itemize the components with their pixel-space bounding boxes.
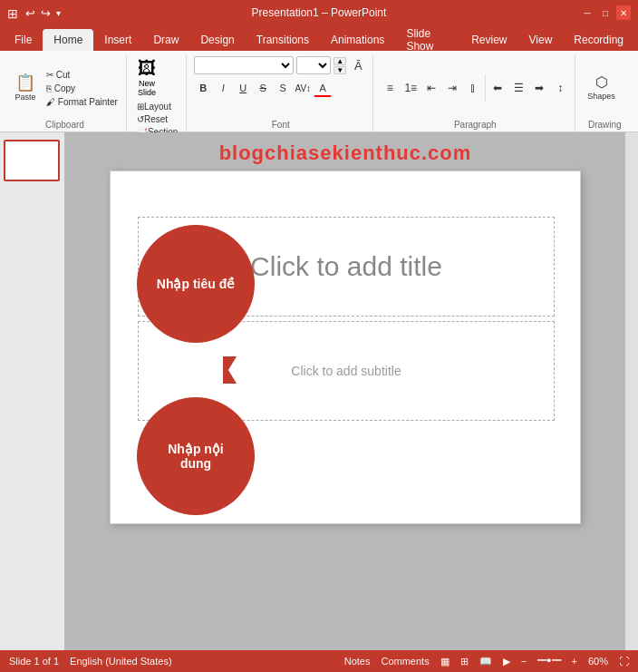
status-bar: Slide 1 of 1 English (United States) Not…	[0, 650, 638, 672]
quick-redo[interactable]: ↪	[41, 6, 51, 20]
slide-wrapper: Nhập tiêu đề Nhập nội dung Click to add …	[110, 170, 581, 524]
paragraph-label: Paragraph	[454, 120, 497, 131]
font-name-row: ▲ ▼ Ā	[194, 56, 367, 74]
title-bar-left: ⊞ ↩ ↪ ▾	[7, 6, 61, 20]
copy-button[interactable]: ⎘ Copy	[44, 83, 121, 94]
font-size-select[interactable]	[296, 56, 331, 74]
view-normal-icon[interactable]: ▦	[440, 656, 450, 667]
watermark: blogchiasekienthuc.com	[74, 141, 616, 165]
font-format-row: B I U S S AV↕ A	[194, 79, 332, 97]
canvas-area: blogchiasekienthuc.com Nhập tiêu đề Nhập…	[65, 132, 625, 650]
slide-thumb-1[interactable]	[4, 140, 60, 181]
font-name-select[interactable]	[194, 56, 294, 74]
main-area: blogchiasekienthuc.com Nhập tiêu đề Nhập…	[0, 132, 638, 650]
slide-info: Slide 1 of 1	[9, 656, 59, 667]
clipboard-label: Clipboard	[45, 120, 84, 131]
right-panel	[625, 132, 638, 650]
title-placeholder-text: Click to add title	[250, 251, 442, 282]
tab-insert[interactable]: Insert	[93, 29, 142, 51]
underline-button[interactable]: U	[234, 79, 252, 97]
decrease-font-button[interactable]: ▼	[334, 66, 346, 74]
new-slide-button[interactable]: 🖼 NewSlide	[134, 56, 160, 99]
bullets-button[interactable]: ≡	[381, 79, 399, 97]
slides-group: 🖼 NewSlide ⊞ Layout ↺ Reset 📑 Section Sl…	[129, 54, 187, 131]
tab-slideshow[interactable]: Slide Show	[395, 29, 460, 51]
font-items: ▲ ▼ Ā B I U S S AV↕ A	[194, 56, 367, 120]
shapes-label: Shapes	[587, 92, 615, 101]
italic-button[interactable]: I	[214, 79, 232, 97]
bold-button[interactable]: B	[194, 79, 212, 97]
tab-transitions[interactable]: Transitions	[246, 29, 320, 51]
drawing-label: Drawing	[588, 120, 622, 131]
view-slide-sorter-icon[interactable]: ⊞	[460, 656, 469, 667]
minimize-button[interactable]: ─	[580, 5, 594, 20]
columns-button[interactable]: ⫿	[464, 79, 482, 97]
shapes-button[interactable]: ⬡ Shapes	[583, 73, 620, 103]
tab-review[interactable]: Review	[460, 29, 517, 51]
subtitle-placeholder-text: Click to add subtitle	[291, 364, 401, 378]
line-spacing-button[interactable]: ↕	[551, 79, 569, 97]
close-button[interactable]: ✕	[616, 5, 631, 20]
increase-indent-button[interactable]: ⇥	[443, 79, 461, 97]
font-size-buttons: ▲ ▼	[334, 57, 346, 74]
quick-customize[interactable]: ▾	[56, 8, 61, 18]
new-slide-icon: 🖼	[138, 58, 156, 79]
new-slide-label: NewSlide	[138, 79, 156, 97]
tab-home[interactable]: Home	[43, 29, 93, 51]
format-painter-button[interactable]: 🖌 Format Painter	[44, 96, 121, 108]
tab-view[interactable]: View	[518, 29, 564, 51]
tab-file[interactable]: File	[4, 29, 43, 51]
drawing-items: ⬡ Shapes	[583, 56, 620, 120]
powerpoint-icon: ⊞	[7, 6, 20, 19]
strikethrough-button[interactable]: S	[254, 79, 272, 97]
tab-recording[interactable]: Recording	[563, 29, 634, 51]
drawing-group: ⬡ Shapes Drawing	[577, 54, 632, 131]
tab-draw[interactable]: Draw	[142, 29, 189, 51]
callout-content: Nhập nội dung	[137, 397, 255, 515]
notes-button[interactable]: Notes	[344, 656, 371, 667]
window-controls: ─ □ ✕	[580, 5, 631, 20]
window-title: Presentation1 – PowerPoint	[252, 6, 387, 19]
ribbon-tabs: File Home Insert Draw Design Transitions…	[0, 25, 638, 51]
shapes-icon: ⬡	[595, 75, 608, 90]
paragraph-group: ≡ 1≡ ⇤ ⇥ ⫿ ⬅ ☰ ➡ ↕ Paragraph	[375, 54, 575, 131]
layout-button[interactable]: ⊞ Layout	[134, 101, 180, 112]
title-bar: ⊞ ↩ ↪ ▾ Presentation1 – PowerPoint ─ □ ✕	[0, 0, 638, 25]
callout-title: Nhập tiêu đề	[137, 225, 255, 343]
align-left-button[interactable]: ⬅	[488, 79, 507, 97]
view-reading-icon[interactable]: 📖	[479, 656, 492, 667]
text-shadow-button[interactable]: S	[274, 79, 292, 97]
cut-button[interactable]: ✂ Cut	[44, 69, 121, 81]
maximize-button[interactable]: □	[598, 5, 613, 20]
slides-panel	[0, 132, 65, 650]
align-right-button[interactable]: ➡	[530, 79, 548, 97]
align-center-button[interactable]: ☰	[509, 79, 527, 97]
decrease-indent-button[interactable]: ⇤	[422, 79, 440, 97]
tab-design[interactable]: Design	[189, 29, 245, 51]
status-language: English (United States)	[70, 656, 172, 667]
reset-button[interactable]: ↺ Reset	[134, 113, 180, 125]
paragraph-items: ≡ 1≡ ⇤ ⇥ ⫿ ⬅ ☰ ➡ ↕	[381, 56, 569, 120]
zoom-slider[interactable]: ━━●━━	[537, 656, 560, 667]
paste-icon: 📋	[15, 74, 35, 91]
fit-window-icon[interactable]: ⛶	[619, 656, 629, 667]
tab-animations[interactable]: Animations	[320, 29, 395, 51]
font-label: Font	[272, 120, 290, 131]
clipboard-items: 📋 Paste ✂ Cut ⎘ Copy 🖌 Format Painter	[9, 56, 121, 120]
slides-items: 🖼 NewSlide ⊞ Layout ↺ Reset 📑 Section	[134, 56, 180, 138]
numbering-button[interactable]: 1≡	[401, 79, 420, 97]
view-slideshow-icon[interactable]: ▶	[503, 656, 510, 667]
zoom-in-icon[interactable]: +	[572, 656, 577, 667]
quick-undo[interactable]: ↩	[25, 6, 35, 20]
zoom-out-icon[interactable]: −	[521, 656, 527, 667]
clipboard-group: 📋 Paste ✂ Cut ⎘ Copy 🖌 Format Painter Cl…	[4, 54, 127, 131]
char-spacing-button[interactable]: AV↕	[294, 79, 312, 97]
ribbon: 📋 Paste ✂ Cut ⎘ Copy 🖌 Format Painter Cl…	[0, 51, 638, 132]
increase-font-button[interactable]: ▲	[334, 57, 346, 65]
font-color-button[interactable]: A	[314, 79, 332, 97]
paste-button[interactable]: 📋 Paste	[9, 72, 42, 104]
clear-format-button[interactable]: Ā	[349, 56, 367, 74]
font-group: ▲ ▼ Ā B I U S S AV↕ A Font	[188, 54, 373, 131]
paste-label: Paste	[14, 93, 35, 102]
comments-button[interactable]: Comments	[381, 656, 429, 667]
